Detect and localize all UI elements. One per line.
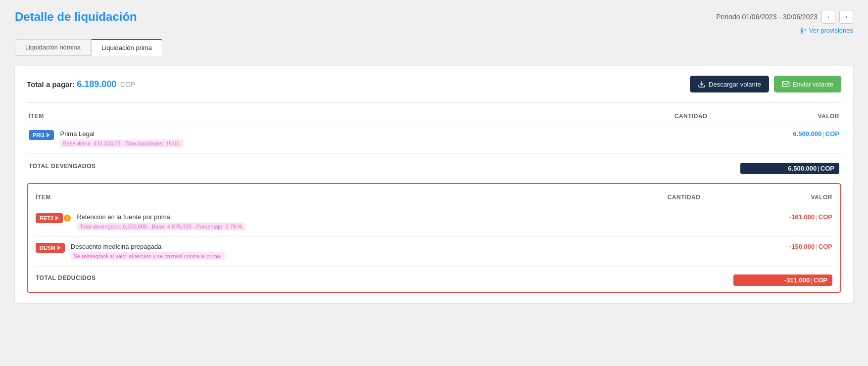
tab-liquidacion-nomina[interactable]: Liquidación nómina <box>15 39 91 56</box>
total-devengados-label: TOTAL DEVENGADOS <box>29 163 641 174</box>
badge-ret2: RET2 <box>36 213 63 223</box>
deducidos-col-valor: VALOR <box>733 194 832 201</box>
prev-period-button[interactable]: ‹ <box>821 10 835 24</box>
prima-legal-title: Prima Legal <box>60 130 184 137</box>
tab-liquidacion-prima[interactable]: Liquidación prima <box>91 39 162 56</box>
retencion-title: Retención en la fuente por prima <box>77 213 245 221</box>
deducidos-col-item: ÍTEM <box>36 194 634 201</box>
svg-rect-0 <box>782 82 789 87</box>
provisions-icon <box>800 27 807 34</box>
page-title: Detalle de liquidación <box>15 10 137 24</box>
total-deducidos-label: TOTAL DEDUCIDOS <box>36 274 634 286</box>
retencion-subtitle: Total devengado: 6,500,000 - Base: 4,875… <box>77 223 245 230</box>
ver-provisiones-label: Ver provisiones <box>809 27 853 34</box>
prima-legal-value: 6.500.000|COP <box>740 130 839 137</box>
deducidos-table-header: ÍTEM CANTIDAD VALOR <box>34 190 834 205</box>
download-icon <box>698 80 706 88</box>
badge-ret2-arrow <box>55 216 59 221</box>
devengados-col-valor: VALOR <box>740 113 839 120</box>
total-devengados-value: 6.500.000|COP <box>740 163 839 174</box>
badge-desm: DESM <box>36 243 65 253</box>
retencion-value: -161.000|COP <box>733 213 832 221</box>
total-devengados-row: TOTAL DEVENGADOS 6.500.000|COP <box>27 158 841 179</box>
tabs-container: Liquidación nómina Liquidación prima <box>15 39 853 56</box>
deducidos-col-cantidad: CANTIDAD <box>634 194 733 201</box>
main-card: Total a pagar: 6.189.000 COP Descargar v… <box>15 66 853 303</box>
total-currency: COP <box>120 81 135 89</box>
periodo-label: Periodo 01/06/2023 - 30/06/2023 <box>716 13 818 21</box>
badge-desm-arrow <box>57 245 61 250</box>
descuento-value: -150.000|COP <box>733 243 832 250</box>
badge-arrow <box>47 133 50 137</box>
descargar-volante-button[interactable]: Descargar volante <box>690 76 769 92</box>
descuento-subtitle: Se reintegrará el valor al tercero y se … <box>71 252 225 260</box>
warning-icon: ! <box>64 215 71 222</box>
email-icon <box>782 80 790 88</box>
ver-provisiones-link[interactable]: Ver provisiones <box>800 27 853 34</box>
badge-pri1: PRI1 <box>29 130 54 140</box>
deducido-desm-row: DESM Descuento medicina prepagada Se rei… <box>34 237 834 267</box>
next-period-button[interactable]: › <box>839 10 853 24</box>
enviar-volante-button[interactable]: Enviar volante <box>774 76 841 92</box>
total-deducidos-row: TOTAL DEDUCIDOS -311.000|COP <box>34 271 834 286</box>
total-deducidos-value: -311.000|COP <box>733 274 832 286</box>
total-value: 6.189.000 <box>77 79 116 89</box>
devengados-item-row: PRI1 Prima Legal Base diaria: 433,333.33… <box>27 124 841 154</box>
total-label: Total a pagar: <box>27 80 75 89</box>
deducidos-section: ÍTEM CANTIDAD VALOR RET2 ! Retención en … <box>27 183 841 293</box>
devengados-col-cantidad: CANTIDAD <box>641 113 740 120</box>
deducido-ret2-row: RET2 ! Retención en la fuente por prima … <box>34 207 834 237</box>
devengados-table-header: ÍTEM CANTIDAD VALOR <box>27 109 841 124</box>
prima-legal-subtitle: Base diaria: 433,333.33 - Días liquidado… <box>60 139 184 147</box>
devengados-col-item: ÍTEM <box>29 113 641 120</box>
descuento-title: Descuento medicina prepagada <box>71 243 225 250</box>
